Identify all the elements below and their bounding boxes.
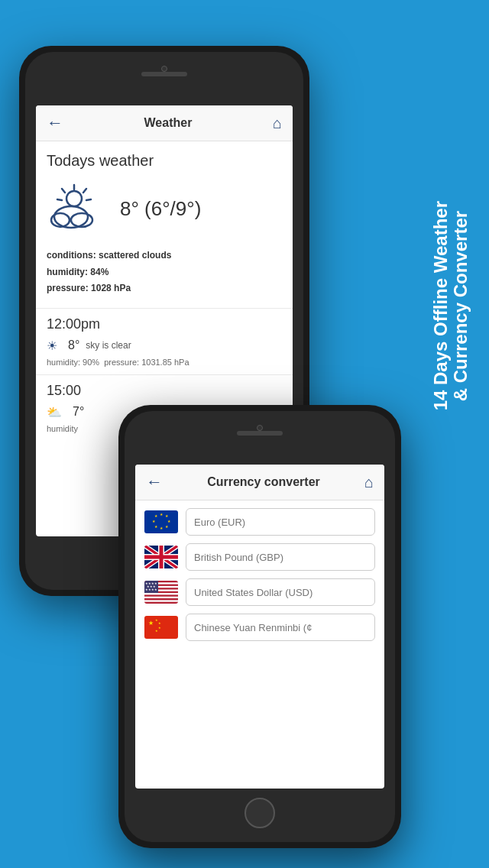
weather-back-button[interactable]: ← <box>47 113 63 133</box>
currency-home-button[interactable]: ⌂ <box>364 474 374 491</box>
sun-small-icon: ☀ <box>47 338 57 353</box>
eur-input[interactable] <box>186 508 375 536</box>
time-1200-row: ☀ 8° sky is clear <box>47 338 282 353</box>
phone2-camera <box>257 425 263 431</box>
svg-rect-31 <box>144 593 178 594</box>
currency-content: ★ ★ ★ ★ ★ ★ ★ ★ <box>135 500 384 656</box>
phone2-screen: ← Currency converter ⌂ ★ ★ <box>135 465 384 789</box>
svg-line-3 <box>62 189 65 193</box>
pressure-label: pressure: <box>47 283 89 293</box>
weather-today-title: Todays weather <box>47 152 282 170</box>
svg-rect-32 <box>144 597 178 598</box>
side-text: 14 Days Offline Weather& Currency Conver… <box>431 201 471 410</box>
cloud-small-icon: ⛅ <box>47 405 62 419</box>
phone2-home-button[interactable] <box>244 798 275 828</box>
svg-text:★: ★ <box>155 629 158 633</box>
flag-cn: ★ ★ ★ ★ ★ <box>144 616 178 639</box>
side-text-container: 14 Days Offline Weather& Currency Conver… <box>420 76 481 535</box>
svg-text:★: ★ <box>158 621 161 625</box>
humidity-value: 84% <box>90 267 108 277</box>
pressure-value: 1028 hPa <box>91 283 131 293</box>
time-1200: 12:00pm <box>47 316 282 332</box>
time-1500: 15:00 <box>47 383 282 399</box>
phone2-speaker <box>237 431 283 436</box>
phone1-camera <box>161 66 167 72</box>
svg-rect-33 <box>144 600 178 601</box>
currency-header: ← Currency converter ⌂ <box>135 465 384 500</box>
time-1200-desc: sky is clear <box>86 340 131 351</box>
weather-header: ← Weather ⌂ <box>36 105 293 141</box>
svg-rect-26 <box>144 555 178 559</box>
conditions-value: scattered clouds <box>99 250 171 261</box>
usd-input[interactable] <box>186 578 375 606</box>
weather-main-content: Todays weather <box>36 141 293 308</box>
svg-text:★: ★ <box>154 588 157 591</box>
weather-time-block-1: 12:00pm ☀ 8° sky is clear humidity: 90% … <box>36 308 293 374</box>
weather-temperature: 8° (6°/9°) <box>120 197 201 221</box>
weather-home-button[interactable]: ⌂ <box>273 115 282 132</box>
weather-main-row: 8° (6°/9°) <box>47 182 282 235</box>
time-1500-temp: 7° <box>73 405 84 419</box>
gbp-input[interactable] <box>186 543 375 571</box>
currency-row-cny: ★ ★ ★ ★ ★ <box>144 614 375 641</box>
time-1200-temp: 8° <box>68 338 79 352</box>
currency-back-button[interactable]: ← <box>146 472 163 492</box>
svg-line-1 <box>83 189 86 193</box>
phone-2-currency: ← Currency converter ⌂ ★ ★ <box>118 405 401 848</box>
humidity-label: humidity: <box>47 267 88 277</box>
weather-details: conditions: scattered clouds humidity: 8… <box>47 248 282 297</box>
weather-sun-cloud-icon <box>47 182 108 235</box>
currency-title: Currency converter <box>207 475 320 489</box>
flag-us: ★★★★ ★★★ ★★★★ <box>144 581 178 604</box>
svg-text:★: ★ <box>148 620 154 627</box>
svg-line-2 <box>86 199 91 200</box>
time-1200-info: humidity: 90% pressure: 1031.85 hPa <box>47 358 282 367</box>
weather-title: Weather <box>144 116 193 130</box>
phone1-speaker <box>141 72 187 76</box>
conditions-label: conditions: <box>47 250 96 261</box>
currency-row-gbp <box>144 543 375 571</box>
currency-row-eur: ★ ★ ★ ★ ★ ★ ★ ★ <box>144 508 375 536</box>
flag-gb <box>144 546 178 568</box>
cny-input[interactable] <box>186 614 375 641</box>
svg-line-4 <box>57 199 62 200</box>
flag-eu: ★ ★ ★ ★ ★ ★ ★ ★ <box>144 510 178 533</box>
currency-row-usd: ★★★★ ★★★ ★★★★ <box>144 578 375 606</box>
svg-point-5 <box>66 191 82 206</box>
svg-text:★: ★ <box>158 626 161 630</box>
